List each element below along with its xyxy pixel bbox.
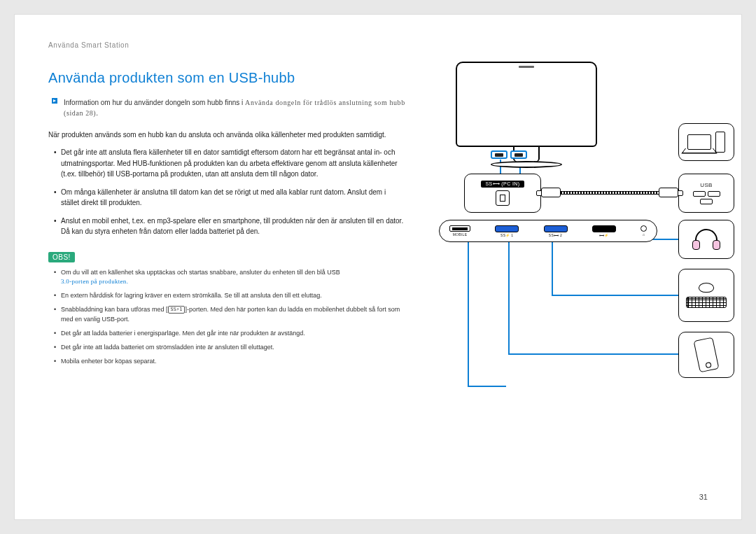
hub-port-mobile: MOBILE — [449, 225, 470, 237]
usb-label: USB — [700, 182, 712, 188]
rear-port — [510, 150, 527, 159]
pc-in-port-box: SS⟷ (PC IN) — [464, 174, 541, 213]
rear-port — [491, 150, 507, 159]
page-title: Använda produkten som en USB-hubb — [48, 70, 405, 86]
cable-wire — [561, 191, 659, 195]
smartphone-icon — [694, 337, 720, 373]
breadcrumb: Använda Smart Station — [48, 41, 708, 49]
intro-paragraph: När produkten används som en hubb kan du… — [48, 129, 405, 140]
pc-in-label: SS⟷ (PC IN) — [481, 181, 524, 188]
hub-port-audio: ♫ — [640, 225, 647, 237]
feature-bullet-list: Det går inte att ansluta flera källenhet… — [48, 147, 405, 237]
port-label: ⟷⚡ — [599, 233, 609, 237]
note-item: Snabbladdning kan bara utföras med [SS⚡1… — [61, 305, 405, 325]
bullet-item: Det går inte att ansluta flera källenhet… — [61, 147, 405, 180]
laptop-icon — [687, 134, 711, 150]
bullet-item: Om många källenheter är anslutna till da… — [61, 187, 405, 209]
usb-plug-icon — [659, 188, 678, 197]
mouse-icon — [699, 283, 714, 293]
usb-plug-icon — [541, 188, 561, 197]
computer-device-box — [678, 123, 734, 161]
manual-page: Använda Smart Station Använda produkten … — [14, 14, 742, 520]
port-label: ♫ — [642, 232, 645, 237]
note-item: Om du vill att en källenhet ska upptäcka… — [61, 268, 405, 288]
note-highlight: 3.0-porten på produkten. — [61, 278, 128, 285]
usb-port-row — [693, 191, 720, 197]
port-label: SS⚡ 1 — [500, 233, 513, 237]
mouse-keyboard-device-box — [678, 269, 734, 322]
note-text: Om du vill att en källenhet ska upptäcka… — [61, 269, 340, 276]
note-bullet-list: Om du vill att en källenhet ska upptäcka… — [48, 268, 405, 367]
monitor-base — [491, 161, 562, 168]
hub-port-charge: ⟷⚡ — [592, 225, 616, 237]
monitor-rear-ports — [491, 150, 527, 159]
hub-port-ss1: SS⚡ 1 — [495, 225, 519, 237]
port-inline-icon: SS⚡1 — [168, 306, 186, 314]
usb-hub-bar: MOBILE SS⚡ 1 SS⟷ 2 ⟷⚡ — [439, 220, 657, 242]
connection-diagram: SS⟷ (PC IN) MOBILE — [422, 70, 708, 392]
text-column: Använda produkten som en USB-hubb Inform… — [48, 70, 405, 392]
usb-cable-icon — [541, 188, 678, 199]
monitor-brand-mark — [519, 66, 534, 68]
info-tail: . — [96, 109, 98, 117]
desktop-tower-icon — [715, 132, 725, 153]
headphones-device-box — [678, 220, 734, 259]
page-number: 31 — [699, 493, 708, 501]
port-label: MOBILE — [453, 232, 468, 237]
note-badge: OBS! — [48, 252, 75, 262]
port-label: SS⟷ 2 — [549, 233, 562, 237]
keyboard-icon — [686, 297, 727, 308]
bullet-item: Anslut en mobil enhet, t.ex. en mp3-spel… — [61, 216, 405, 237]
computer-usb-port-box: USB — [678, 174, 734, 213]
note-item: Mobila enheter bör köpas separat. — [61, 357, 405, 367]
hub-port-ss2: SS⟷ 2 — [544, 225, 568, 237]
info-lead: Information om hur du använder dongeln s… — [64, 99, 245, 106]
info-callout: Information om hur du använder dongeln s… — [48, 97, 405, 118]
content-wrapper: Använda produkten som en USB-hubb Inform… — [48, 70, 708, 392]
note-text: Snabbladdning kan bara utföras med [ — [61, 306, 168, 313]
note-item: Det går inte att ladda batteriet om strö… — [61, 343, 405, 353]
pc-in-port-icon — [496, 190, 510, 206]
note-item: En extern hårddisk för lagring kräver en… — [61, 291, 405, 301]
note-item: Det går att ladda batterier i energispar… — [61, 329, 405, 339]
headphones-icon — [692, 229, 720, 250]
info-icon — [51, 97, 58, 118]
monitor-icon — [456, 62, 597, 147]
info-text: Information om hur du använder dongeln s… — [64, 97, 405, 118]
smartphone-device-box — [678, 332, 734, 378]
